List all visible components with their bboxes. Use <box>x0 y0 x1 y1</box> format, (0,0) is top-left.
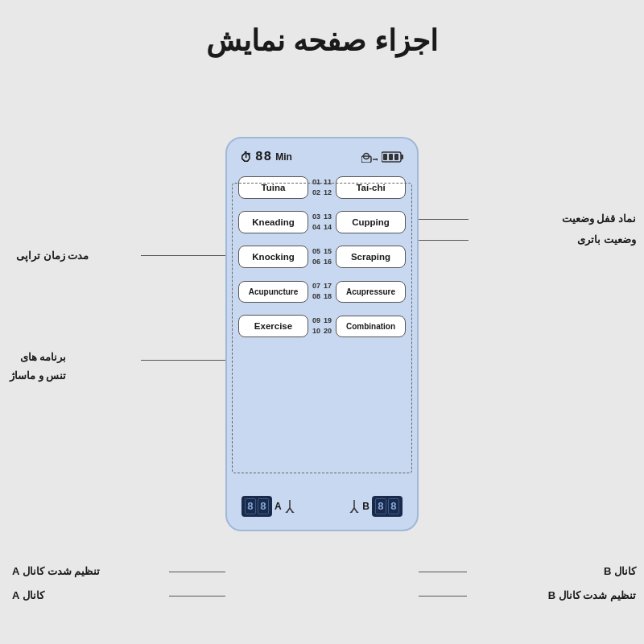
line-therapy <box>141 255 225 256</box>
program-row-5: Exercise 09 19 10 20 Combination <box>238 311 406 341</box>
status-icons <box>361 151 404 163</box>
nums-1: 01 11 02 12 <box>312 172 332 203</box>
program-btn-scraping[interactable]: Scraping <box>336 246 406 268</box>
program-btn-cupping[interactable]: Cupping <box>336 211 406 233</box>
page-title: اجزاء صفحه نمایش <box>0 0 644 74</box>
program-row-3: Knocking 05 15 06 16 Scraping <box>238 242 406 272</box>
channel-a-digit2 <box>258 498 269 514</box>
channel-a-seg <box>242 496 272 517</box>
line-programs <box>141 360 225 361</box>
program-btn-tuina[interactable]: Tuina <box>238 176 308 199</box>
min-label: Min <box>275 151 292 163</box>
line-channel-a <box>169 596 225 597</box>
annotation-channel-a-intensity: تنظیم شدت کانال A <box>12 565 100 577</box>
svg-point-3 <box>377 158 378 160</box>
program-btn-knocking[interactable]: Knocking <box>238 246 308 268</box>
lock-icon <box>361 152 378 163</box>
clock-icon: ⏱ <box>240 151 252 164</box>
channel-b-seg <box>372 496 402 517</box>
program-row-4: Acupuncture 07 17 08 18 Acupressure <box>238 276 406 307</box>
annotation-channel-a: کانال A <box>12 589 44 601</box>
annotation-therapy-time: مدت زمان تراپی <box>16 250 89 262</box>
fork-b-icon <box>349 500 360 513</box>
channel-a-label: A <box>275 501 282 512</box>
device-panel: ⏱ 88 Min <box>225 137 419 531</box>
svg-rect-6 <box>383 154 387 160</box>
nums-2: 03 13 04 14 <box>312 207 332 237</box>
program-btn-exercise[interactable]: Exercise <box>238 315 308 337</box>
channel-b-label: B <box>362 501 369 512</box>
channel-b-digit1 <box>375 498 386 514</box>
channel-a-digit1 <box>245 498 256 514</box>
fork-a-icon <box>284 500 295 513</box>
nums-4: 07 17 08 18 <box>312 276 332 307</box>
annotation-battery: وضعیت باتری <box>577 233 636 246</box>
program-btn-acupuncture[interactable]: Acupuncture <box>238 281 308 303</box>
program-row-1: Tuina 01 11 02 12 Tai-chi <box>238 172 406 203</box>
svg-rect-5 <box>401 155 403 159</box>
annotation-programs: برنامه های تنس و ماساژ <box>10 348 66 386</box>
program-btn-acupressure[interactable]: Acupressure <box>336 281 406 303</box>
channel-bar: A B <box>237 491 407 520</box>
programs-section: Tuina 01 11 02 12 Tai-chi <box>237 172 407 485</box>
svg-rect-7 <box>389 154 393 160</box>
time-digit: 88 <box>255 150 272 164</box>
nums-3: 05 15 06 16 <box>312 242 332 272</box>
line-channel-b <box>419 572 467 572</box>
svg-rect-8 <box>394 154 398 160</box>
channel-b-display: B <box>349 496 402 517</box>
line-channel-a-intensity <box>169 572 225 572</box>
battery-icon <box>382 151 404 163</box>
main-container: ⏱ 88 Min <box>0 74 644 638</box>
program-btn-combination[interactable]: Combination <box>336 316 406 337</box>
line-lock <box>419 219 469 220</box>
status-bar: ⏱ 88 Min <box>237 150 407 164</box>
program-btn-taichi[interactable]: Tai-chi <box>336 176 406 199</box>
annotation-channel-b: کانال B <box>604 565 636 577</box>
channel-b-digit2 <box>388 498 399 514</box>
annotation-channel-b-intensity: تنظیم شدت کانال B <box>548 589 636 601</box>
line-channel-b-intensity <box>419 596 467 597</box>
line-battery <box>419 240 469 241</box>
annotation-lock: نماد قفل وضعیت <box>562 213 636 225</box>
channel-a-display: A <box>242 496 295 517</box>
program-btn-kneading[interactable]: Kneading <box>238 211 308 233</box>
time-display: ⏱ 88 Min <box>240 150 292 164</box>
nums-5: 09 19 10 20 <box>312 311 332 341</box>
program-row-2: Kneading 03 13 04 14 Cupping <box>238 207 406 237</box>
